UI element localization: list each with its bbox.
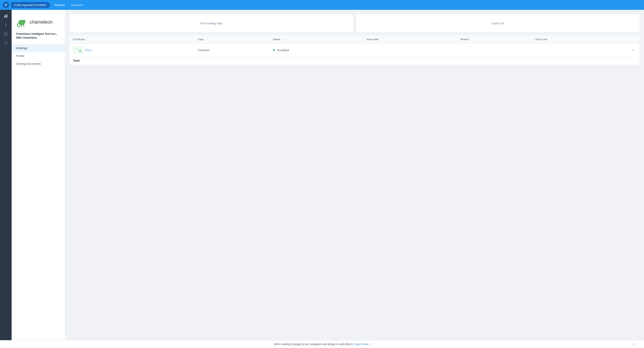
stats-row: First holding date Cash cost — [70, 14, 640, 32]
svg-rect-10 — [75, 50, 78, 50]
svg-rect-8 — [75, 48, 79, 48]
certificate-thumbnail — [73, 46, 83, 54]
bottom-banner: We're making changes to our navigation a… — [0, 340, 644, 348]
col-header-issue-date: Issue date — [364, 35, 457, 43]
nav-item-holdings[interactable]: Holdings — [12, 44, 65, 52]
content-sidebar: chameleon Chameleon Intelligent Tech Inc… — [12, 10, 65, 340]
breadcrumb-portfolio-owner[interactable]: Pulkit Agrawal's Portfolio — [11, 2, 50, 8]
chevron-down-icon: ▾ — [82, 4, 84, 6]
left-sidebar — [0, 10, 12, 340]
expand-row-button[interactable]: ▾ — [626, 46, 640, 54]
user-avatar[interactable]: P — [3, 1, 10, 8]
breadcrumb-account[interactable]: Account ▾ — [68, 2, 87, 8]
nav-item-closing-documents[interactable]: Closing documents — [12, 60, 65, 68]
first-holding-date-label: First holding date — [200, 22, 223, 25]
sidebar-icon-notifications[interactable] — [2, 39, 10, 47]
col-header-type: Type — [195, 35, 270, 43]
sidebar-icon-documents[interactable] — [2, 30, 10, 38]
breadcrumb-portfolio[interactable]: Portfolio — [51, 2, 68, 8]
col-header-status: Status — [270, 35, 364, 43]
svg-rect-1 — [6, 14, 8, 18]
close-banner-button[interactable]: × — [633, 342, 635, 346]
content-sidebar-nav: Holdings Profile Closing documents — [12, 44, 65, 68]
total-row: Total — [70, 57, 640, 64]
cell-certificate: CS-1 — [70, 43, 195, 56]
sidebar-icon-portfolio[interactable] — [2, 12, 10, 20]
company-name-logo: chameleon — [30, 19, 52, 25]
breadcrumb: Pulkit Agrawal's Portfolio Portfolio Acc… — [11, 2, 87, 8]
nav-item-profile[interactable]: Profile — [12, 52, 65, 60]
cash-cost-label: Cash cost — [492, 22, 504, 25]
svg-rect-9 — [75, 49, 78, 49]
col-header-shares: Shares — [457, 35, 532, 43]
svg-rect-11 — [75, 50, 77, 51]
company-logo-icon — [16, 16, 27, 28]
col-header-cash-cost: Cash cost — [532, 35, 626, 43]
svg-point-6 — [24, 20, 25, 21]
status-dot-accepted — [273, 49, 275, 51]
stat-card-first-holding-date: First holding date — [70, 14, 353, 32]
cell-cash-cost — [532, 47, 626, 53]
col-header-expand — [626, 35, 640, 43]
main-layout: chameleon Chameleon Intelligent Tech Inc… — [0, 10, 644, 340]
holdings-table: Certificate Type Status Issue date Share… — [70, 35, 640, 64]
cell-status: Accepted — [270, 46, 364, 54]
learn-more-link[interactable]: Learn more › — [355, 343, 370, 346]
cell-issue-date — [364, 47, 457, 53]
bottom-banner-content: We're making changes to our navigation a… — [4, 343, 640, 346]
stat-card-cash-cost: Cash cost — [356, 14, 640, 32]
bottom-banner-message: We're making changes to our navigation a… — [274, 343, 354, 346]
sidebar-icon-upload[interactable] — [2, 21, 10, 29]
table-header: Certificate Type Status Issue date Share… — [70, 35, 640, 43]
top-navigation: P Pulkit Agrawal's Portfolio Portfolio A… — [0, 0, 644, 10]
col-header-certificate: Certificate — [70, 35, 195, 43]
certificate-link[interactable]: CS-1 — [85, 48, 92, 52]
table-row: CS-1 Common Accepted ▾ — [70, 43, 640, 57]
cell-shares — [457, 47, 532, 53]
main-content: First holding date Cash cost Certificate… — [65, 10, 644, 340]
cell-type: Common — [195, 46, 270, 54]
company-logo-area: chameleon — [12, 14, 65, 32]
svg-rect-0 — [4, 15, 6, 18]
company-full-name: Chameleon Intelligent Tech Inc., DBA Cha… — [12, 32, 65, 41]
